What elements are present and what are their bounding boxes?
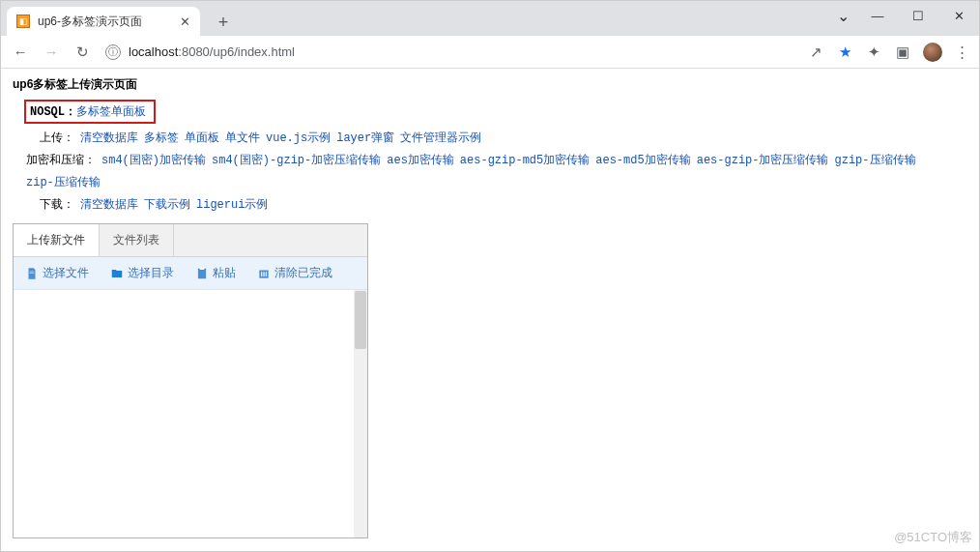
- reload-button[interactable]: ↻: [71, 41, 94, 64]
- paste-label: 粘贴: [213, 265, 236, 281]
- upload-label: 上传：: [26, 130, 74, 146]
- tab-upload-new[interactable]: 上传新文件: [14, 224, 100, 256]
- page-content: up6多标签上传演示页面 NOSQL： 多标签 单面板 上传： 清空数据库 多标…: [1, 69, 979, 546]
- link-upload-layer[interactable]: layer弹窗: [336, 130, 394, 146]
- tabs-dropdown-icon[interactable]: ⌄: [828, 1, 857, 30]
- bookmark-star-icon[interactable]: ★: [836, 44, 853, 61]
- extensions-icon[interactable]: ✦: [865, 44, 882, 61]
- maximize-button[interactable]: ☐: [898, 1, 938, 30]
- link-nosql-multi[interactable]: 多标签: [76, 103, 111, 120]
- toolbar-right: ↗ ★ ✦ ▣ ⋮: [807, 43, 971, 62]
- svg-rect-0: [198, 268, 206, 278]
- share-icon[interactable]: ↗: [807, 44, 824, 61]
- nosql-highlight-box: NOSQL： 多标签 单面板: [24, 100, 156, 124]
- panel-tabs: 上传新文件 文件列表: [14, 224, 367, 257]
- link-nosql-single[interactable]: 单面板: [111, 103, 146, 120]
- link-upload-single[interactable]: 单面板: [185, 130, 219, 146]
- new-tab-button[interactable]: +: [210, 9, 237, 36]
- link-dl-ligerui[interactable]: ligerui示例: [196, 196, 268, 213]
- browser-toolbar: ← → ↻ ⓘ localhost:8080/up6/index.html ↗ …: [1, 36, 979, 69]
- back-button[interactable]: ←: [9, 41, 32, 64]
- link-upload-vue[interactable]: vue.js示例: [266, 130, 331, 146]
- link-upload-multi[interactable]: 多标签: [144, 130, 179, 146]
- window-controls: ⌄ — ☐ ✕: [828, 1, 979, 30]
- address-bar[interactable]: localhost:8080/up6/index.html: [129, 44, 799, 59]
- file-drop-area[interactable]: [14, 290, 367, 537]
- link-enc-aesmd5[interactable]: aes-md5加密传输: [595, 152, 690, 168]
- nosql-label: NOSQL：: [28, 103, 76, 120]
- download-label: 下载：: [26, 196, 74, 213]
- link-enc-sm4[interactable]: sm4(国密)加密传输: [101, 152, 206, 168]
- select-dir-button[interactable]: 选择目录: [110, 265, 174, 281]
- forward-button[interactable]: →: [40, 41, 63, 64]
- link-enc-aesgzip[interactable]: aes-gzip-加密压缩传输: [697, 152, 829, 168]
- url-host: localhost: [129, 44, 178, 59]
- menu-kebab-icon[interactable]: ⋮: [954, 44, 971, 61]
- url-path: :8080/up6/index.html: [178, 44, 295, 59]
- upload-row: 上传： 清空数据库 多标签 单面板 单文件 vue.js示例 layer弹窗 文…: [26, 127, 967, 149]
- link-dl-cleardb[interactable]: 清空数据库: [80, 196, 138, 213]
- encrypt-label: 加密和压缩：: [26, 152, 96, 168]
- file-icon: [25, 267, 39, 280]
- link-enc-sm4gzip[interactable]: sm4(国密)-gzip-加密压缩传输: [212, 152, 381, 168]
- clear-done-button[interactable]: 清除已完成: [257, 265, 332, 281]
- link-dl-example[interactable]: 下载示例: [144, 196, 190, 213]
- close-window-button[interactable]: ✕: [938, 1, 979, 30]
- clipboard-icon: [195, 267, 209, 280]
- actions-bar: 选择文件 选择目录 粘贴 清除已完成: [14, 257, 367, 290]
- encrypt-row: 加密和压缩： sm4(国密)加密传输 sm4(国密)-gzip-加密压缩传输 a…: [26, 149, 967, 193]
- favicon-icon: ◧: [16, 15, 30, 28]
- folder-icon: [110, 267, 124, 280]
- select-file-button[interactable]: 选择文件: [25, 265, 89, 281]
- profile-avatar[interactable]: [923, 43, 942, 62]
- clear-label: 清除已完成: [274, 265, 332, 281]
- link-enc-aes[interactable]: aes加密传输: [387, 152, 454, 168]
- site-info-icon[interactable]: ⓘ: [105, 44, 121, 60]
- nosql-row: NOSQL： 多标签 单面板: [13, 97, 967, 127]
- minimize-button[interactable]: —: [857, 1, 898, 30]
- side-panel-icon[interactable]: ▣: [894, 44, 911, 61]
- paste-button[interactable]: 粘贴: [195, 265, 236, 281]
- link-enc-zip[interactable]: zip-压缩传输: [26, 174, 101, 190]
- download-row: 下载： 清空数据库 下载示例 ligerui示例: [26, 193, 967, 216]
- browser-tabstrip: ◧ up6-多标签演示页面 ✕ + ⌄ — ☐ ✕: [1, 1, 979, 36]
- browser-tab-active[interactable]: ◧ up6-多标签演示页面 ✕: [7, 7, 200, 36]
- watermark: @51CTO博客: [894, 529, 972, 546]
- link-upload-cleardb[interactable]: 清空数据库: [80, 130, 138, 146]
- upload-panel: 上传新文件 文件列表 选择文件 选择目录 粘贴: [13, 223, 368, 538]
- link-enc-aesgzipmd5[interactable]: aes-gzip-md5加密传输: [460, 152, 590, 168]
- tab-title: up6-多标签演示页面: [38, 14, 172, 30]
- select-file-label: 选择文件: [43, 265, 89, 281]
- page-title: up6多标签上传演示页面: [13, 76, 967, 93]
- tab-file-list[interactable]: 文件列表: [100, 224, 174, 256]
- clear-icon: [257, 267, 271, 280]
- scrollbar-thumb[interactable]: [355, 291, 366, 349]
- scrollbar-vertical[interactable]: [354, 290, 367, 537]
- link-enc-gzip[interactable]: gzip-压缩传输: [835, 152, 916, 168]
- svg-rect-1: [200, 267, 205, 269]
- link-upload-filemgr[interactable]: 文件管理器示例: [400, 130, 481, 146]
- close-tab-icon[interactable]: ✕: [180, 15, 190, 28]
- select-dir-label: 选择目录: [128, 265, 174, 281]
- link-upload-singlefile[interactable]: 单文件: [225, 130, 260, 146]
